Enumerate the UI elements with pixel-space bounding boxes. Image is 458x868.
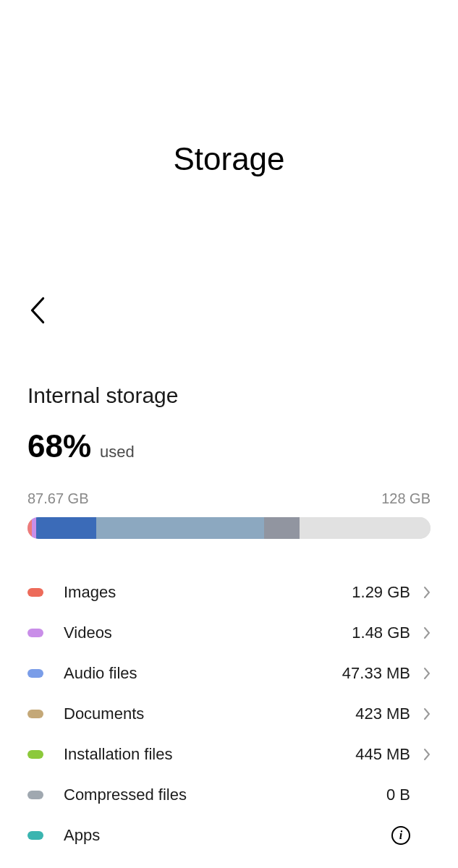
category-label: Videos: [64, 624, 352, 642]
category-list: Images1.29 GBVideos1.48 GBAudio files47.…: [27, 572, 431, 868]
category-size: 445 MB: [355, 745, 410, 764]
bar-segment: [264, 517, 300, 539]
category-color-dot: [27, 588, 43, 597]
category-chevron: [410, 707, 431, 720]
category-color-dot: [27, 750, 43, 759]
category-label: Installation files: [64, 745, 355, 764]
category-size: 1.29 GB: [352, 583, 410, 602]
category-chevron: [410, 667, 431, 680]
category-color-dot: [27, 710, 43, 718]
chevron-right-icon: [423, 707, 431, 720]
size-row: 87.67 GB 128 GB: [27, 490, 431, 507]
info-icon[interactable]: i: [391, 826, 410, 845]
section-title: Internal storage: [27, 383, 431, 408]
category-label: Compressed files: [64, 786, 386, 804]
category-color-dot: [27, 791, 43, 799]
category-chevron: [410, 586, 431, 599]
page-title: Storage: [0, 0, 458, 297]
category-row: Compressed files0 B: [27, 775, 431, 815]
category-color-dot: [27, 831, 43, 840]
category-size: 47.33 MB: [342, 664, 410, 683]
category-row[interactable]: Videos1.48 GB: [27, 613, 431, 653]
category-color-dot: [27, 669, 43, 678]
category-chevron: [410, 626, 431, 639]
chevron-right-icon: [423, 586, 431, 599]
storage-bar: [27, 517, 431, 539]
bar-segment: [32, 517, 37, 539]
total-size: 128 GB: [381, 490, 431, 507]
category-color-dot: [27, 629, 43, 637]
category-label: Documents: [64, 705, 355, 723]
category-size: 423 MB: [355, 705, 410, 723]
category-row[interactable]: Audio files47.33 MB: [27, 653, 431, 694]
category-chevron: [410, 748, 431, 761]
bar-segment: [300, 517, 430, 539]
bar-segment: [36, 517, 96, 539]
chevron-right-icon: [423, 626, 431, 639]
percent-label: used: [100, 443, 135, 461]
percent-used-row: 68% used: [27, 428, 431, 464]
category-size: 1.48 GB: [352, 624, 410, 642]
used-size: 87.67 GB: [27, 490, 89, 507]
category-size: 0 B: [386, 786, 410, 804]
back-button[interactable]: [0, 297, 458, 383]
category-row[interactable]: Installation files445 MB: [27, 734, 431, 775]
category-label: Images: [64, 583, 352, 602]
percent-value: 68%: [27, 428, 91, 464]
category-row[interactable]: Appsi: [27, 815, 431, 856]
chevron-right-icon: [423, 667, 431, 680]
category-row: System19.01 GB: [27, 856, 431, 868]
chevron-right-icon: [423, 748, 431, 761]
category-row[interactable]: Images1.29 GB: [27, 572, 431, 613]
bar-segment: [96, 517, 264, 539]
category-row[interactable]: Documents423 MB: [27, 694, 431, 734]
back-icon: [27, 297, 48, 324]
category-label: Apps: [64, 826, 391, 845]
category-label: Audio files: [64, 664, 342, 683]
